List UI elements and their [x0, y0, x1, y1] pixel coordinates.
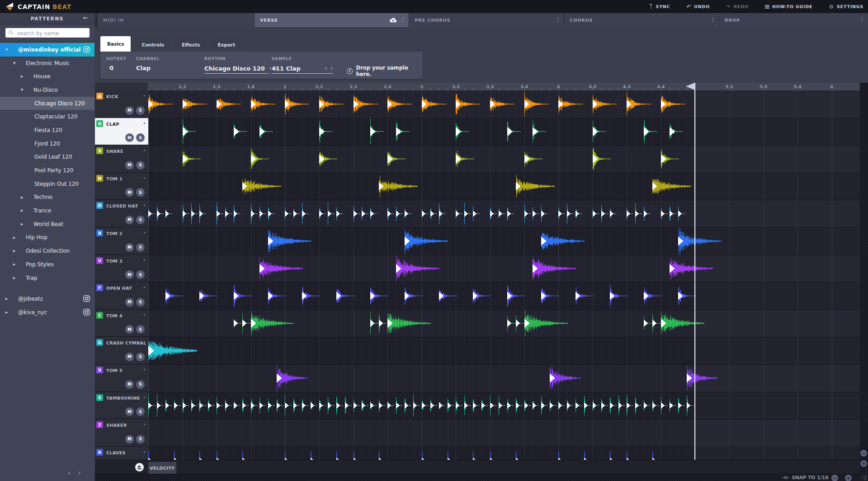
topbar-undo-button[interactable]: ↶UNDO [686, 4, 710, 9]
solo-button[interactable]: S [136, 435, 145, 443]
caret-right-icon[interactable]: ▶ [13, 236, 15, 240]
sidebar-item-electronic-music[interactable]: ▼Electronic Music [0, 57, 94, 70]
caret-right-icon[interactable]: ▶ [21, 75, 23, 78]
sidebar-item-nu-disco[interactable]: ▼Nu-Disco [0, 83, 94, 97]
sidebar-item-chicago-disco-120[interactable]: Chicago Disco 120 [0, 97, 94, 110]
solo-button[interactable]: S [136, 188, 145, 197]
collapse-track-icon[interactable]: ▴ [143, 121, 145, 125]
editor-tab-export[interactable]: Export [211, 38, 242, 52]
sample-stepper[interactable]: 411 Clap ‹ › [272, 63, 333, 74]
caret-right-icon[interactable]: ▶ [13, 249, 15, 253]
track-header-closed-hat[interactable]: DCLOSED HAT▴MS [94, 200, 148, 227]
hotkey-badge[interactable]: Q [96, 120, 103, 127]
hotkey-badge[interactable]: R [96, 449, 103, 456]
snap-setting[interactable]: →|← SNAP TO 1/16 [782, 475, 829, 480]
sidebar-item-world-beat[interactable]: ▶World Beat [0, 217, 94, 231]
mute-button[interactable]: M [125, 435, 134, 443]
hotkey-badge[interactable]: D [96, 202, 103, 209]
track-header-crash-cymbal[interactable]: GCRASH CYMBAL▴MS [94, 337, 148, 364]
sidebar-item-trance[interactable]: ▶Trance [0, 204, 94, 217]
kebab-menu-icon[interactable]: ⋮ [710, 17, 716, 22]
hotkey-badge[interactable]: N [96, 175, 103, 182]
pattern-tab-midi-in[interactable]: MIDI IN [98, 13, 254, 27]
collapse-track-icon[interactable]: ▴ [143, 285, 145, 289]
instagram-icon[interactable] [83, 295, 90, 304]
hotkey-badge[interactable]: C [96, 312, 103, 319]
solo-button[interactable]: S [136, 133, 145, 142]
sidebar-item-techno[interactable]: ▶Techno [0, 191, 94, 204]
kebab-menu-icon[interactable]: ⋮ [556, 17, 561, 22]
solo-button[interactable]: S [136, 270, 145, 279]
collapse-track-icon[interactable]: ▴ [143, 258, 145, 262]
caret-right-icon[interactable]: ▶ [5, 297, 8, 301]
search-input[interactable] [16, 28, 90, 38]
editor-tab-effects[interactable]: Effects [175, 38, 207, 52]
sidebar-item-odesi-collection[interactable]: ▶Odesi Collection [0, 244, 94, 258]
vertical-zoom-in-button[interactable]: + [860, 460, 867, 467]
collapse-track-icon[interactable]: ▴ [143, 176, 145, 179]
caret-right-icon[interactable]: ▶ [21, 222, 23, 226]
pattern-tab-verse[interactable]: VERSE⋮ [255, 13, 409, 27]
sidebar-item-jsbeatz[interactable]: ▶@jsbeatz [0, 292, 94, 306]
sidebar-item-hip-hop[interactable]: ▶Hip Hop [0, 231, 94, 245]
sequencer-grid[interactable] [148, 90, 860, 460]
mute-button[interactable]: M [125, 353, 134, 361]
caret-right-icon[interactable]: ▶ [21, 196, 23, 199]
instagram-icon[interactable] [83, 46, 90, 55]
sidebar-item-pop-styles[interactable]: ▶Pop Styles [0, 258, 94, 271]
track-header-snare[interactable]: SSNARE▴MS [94, 145, 148, 173]
collapse-track-icon[interactable]: ▴ [143, 368, 145, 371]
hotkey-badge[interactable]: X [96, 367, 103, 373]
sidebar-item-pool-party-120[interactable]: Pool Party 120 [0, 164, 94, 177]
caret-right-icon[interactable]: ▶ [13, 263, 15, 266]
track-header-tom-4[interactable]: CTOM 4▴MS [94, 310, 148, 337]
topbar-settings-button[interactable]: ⚙SETTINGS [829, 4, 863, 9]
track-header-tom-5[interactable]: XTOM 5▴MS [94, 364, 148, 392]
instagram-icon[interactable] [83, 309, 90, 317]
collapse-track-icon[interactable]: ▴ [143, 340, 145, 344]
collapse-track-icon[interactable]: ▴ [143, 231, 145, 234]
solo-button[interactable]: S [136, 161, 145, 170]
hotkey-badge[interactable]: G [96, 339, 103, 346]
rhythm-prev-button[interactable]: ‹ [269, 66, 272, 71]
track-header-tom-3[interactable]: VTOM 3▴MS [94, 255, 148, 283]
caret-right-icon[interactable]: ▶ [5, 311, 8, 314]
solo-button[interactable]: S [136, 380, 145, 389]
track-header-tom-2[interactable]: BTOM 2▴MS [94, 227, 148, 255]
solo-button[interactable]: S [136, 216, 145, 224]
sidebar-item-mixedinkey-official[interactable]: ▼@mixedinkey official [0, 43, 94, 57]
pattern-end-marker[interactable] [686, 83, 695, 90]
caret-down-icon[interactable]: ▼ [5, 48, 8, 52]
collapse-track-icon[interactable]: ▴ [143, 313, 145, 316]
mute-button[interactable]: M [125, 106, 134, 115]
sidebar-item-claptacular-120[interactable]: Claptacular 120 [0, 110, 94, 123]
pager-prev-button[interactable]: ‹ [68, 469, 71, 476]
timeline-ruler[interactable]: 1.21.31.422.22.32.433.23.33.444.24.34.45… [148, 83, 860, 90]
mute-button[interactable]: M [125, 161, 134, 170]
collapse-track-icon[interactable]: ▴ [143, 148, 145, 152]
caret-down-icon[interactable]: ▼ [13, 61, 15, 65]
mute-button[interactable]: M [125, 216, 134, 224]
track-header-tom-1[interactable]: NTOM 1▴MS [94, 173, 148, 200]
topbar-redo-button[interactable]: ↷REDO [726, 4, 749, 9]
solo-button[interactable]: S [136, 325, 145, 334]
zoom-in-button[interactable]: + [845, 475, 852, 481]
mute-button[interactable]: M [125, 407, 134, 416]
mute-button[interactable]: M [125, 243, 134, 252]
pattern-tab-drop[interactable]: DROP⋮ [719, 13, 868, 27]
sidebar-item-steppin-out-120[interactable]: Steppin Out 120 [0, 177, 94, 191]
hotkey-badge[interactable]: S [96, 147, 103, 154]
mute-button[interactable]: M [125, 270, 134, 279]
collapse-track-icon[interactable]: ▴ [143, 450, 145, 453]
hotkey-badge[interactable]: Z [96, 421, 103, 428]
solo-button[interactable]: S [136, 407, 145, 416]
caret-down-icon[interactable]: ▼ [21, 88, 23, 92]
editor-tab-basics[interactable]: Basics [100, 36, 131, 52]
editor-tab-controls[interactable]: Controls [135, 38, 171, 52]
hotkey-badge[interactable]: F [96, 284, 103, 291]
sidebar-item-fjord-120[interactable]: Fjord 120 [0, 137, 94, 151]
hotkey-badge[interactable]: Q [108, 64, 115, 71]
velocity-tab[interactable]: VELOCITY [148, 462, 176, 474]
sidebar-item-fiesta-120[interactable]: Fiesta 120 [0, 123, 94, 137]
caret-right-icon[interactable]: ▶ [21, 209, 23, 212]
